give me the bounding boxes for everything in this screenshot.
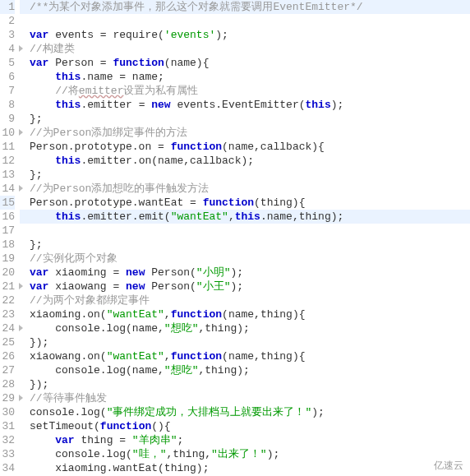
code-line[interactable]: this.emitter = new events.EventEmitter(t… [30,99,343,111]
code-line[interactable]: xiaoming.wantEat(thing); [30,462,209,474]
code-line[interactable]: this.emitter.on(name,callback); [30,155,254,167]
code-line[interactable]: }; [30,169,43,181]
line-number-gutter: 1234567891011121314151617181920212223242… [0,0,20,476]
line-number: 28 [0,377,15,391]
code-line[interactable]: var thing = "羊肉串"; [30,434,183,446]
line-number: 12 [0,154,15,168]
code-line[interactable]: }; [30,113,43,125]
line-number: 6 [0,70,15,84]
line-number: 32 [0,433,15,447]
code-line[interactable]: //为Person添加绑定事件的方法 [30,127,187,139]
code-line[interactable]: }); [30,378,48,391]
code-line[interactable]: var Person = function(name){ [30,57,209,69]
line-number: 7 [0,84,15,98]
line-number: 3 [0,28,15,42]
line-number: 21 [0,280,15,293]
line-number: 15 [0,196,15,210]
code-line[interactable]: console.log("哇，",thing,"出来了！"); [30,448,279,460]
line-number: 5 [0,56,15,70]
line-number: 34 [0,461,15,475]
line-number: 31 [0,419,15,433]
watermark: 亿速云 [434,459,463,473]
code-line[interactable]: /**为某个对象添加事件，那么这个对象就需要调用EventEmitter*/ [20,0,470,14]
line-number: 18 [0,238,15,252]
line-number: 23 [0,307,15,321]
code-line[interactable]: this.name = name; [30,71,164,83]
line-number: 4 [0,42,15,56]
code-line[interactable]: }; [30,238,43,251]
code-line[interactable]: var xiaowang = new Person("小王"); [30,280,243,293]
line-number: 14 [0,182,15,196]
code-line[interactable]: //将emitter设置为私有属性 [30,85,198,97]
line-number: 2 [0,14,15,28]
line-number: 8 [0,98,15,112]
line-number: 25 [0,335,15,349]
code-line[interactable]: var events = require('events'); [30,29,228,41]
code-line[interactable]: //为两个对象都绑定事件 [30,294,150,307]
code-line[interactable]: xiaoming.on("wantEat",function(name,thin… [30,308,306,321]
code-line[interactable]: xiaowang.on("wantEat",function(name,thin… [30,350,306,363]
code-line[interactable]: console.log(name,"想吃",thing); [30,364,250,377]
code-line[interactable]: console.log("事件绑定成功，大排档马上就要出来了！"); [30,406,325,418]
code-line[interactable]: //实例化两个对象 [30,252,118,265]
code-line[interactable]: //等待事件触发 [30,392,107,404]
code-editor: 1234567891011121314151617181920212223242… [0,0,470,476]
code-line[interactable]: Person.prototype.wantEat = function(thin… [30,196,305,209]
code-line[interactable]: //为Person添加想吃的事件触发方法 [30,183,209,195]
code-line[interactable]: //构建类 [30,43,75,55]
line-number: 24 [0,321,15,335]
code-line[interactable]: console.log(name,"想吃",thing); [30,322,250,335]
line-number: 33 [0,447,15,461]
code-line[interactable]: Person.prototype.on = function(name,call… [30,141,325,153]
line-number: 29 [0,391,15,405]
line-number: 17 [0,224,15,238]
line-number: 10 [0,126,15,140]
line-number: 1 [0,0,15,14]
line-number: 22 [0,293,15,307]
line-number: 26 [0,349,15,363]
line-number: 11 [0,140,15,154]
code-line[interactable]: this.emitter.emit("wantEat",this.name,th… [20,210,470,224]
line-number: 27 [0,363,15,377]
code-line[interactable]: }); [30,336,48,349]
code-line[interactable]: var xiaoming = new Person("小明"); [30,266,243,279]
line-number: 19 [0,252,15,266]
line-number: 9 [0,112,15,126]
line-number: 16 [0,210,15,224]
line-number: 30 [0,405,15,419]
line-number: 13 [0,168,15,182]
code-line[interactable]: setTimeout(function(){ [30,420,171,432]
line-number: 20 [0,266,15,280]
code-area[interactable]: /**为某个对象添加事件，那么这个对象就需要调用EventEmitter*/ v… [20,0,470,476]
